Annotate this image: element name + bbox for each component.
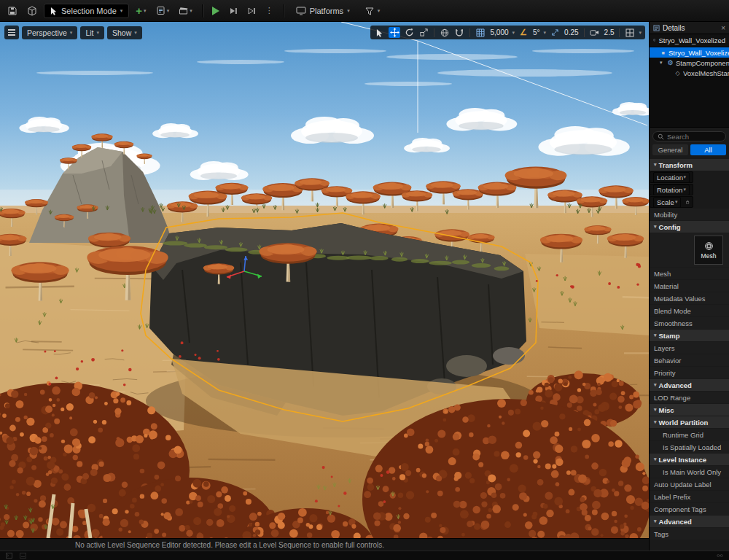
property-label: Material — [654, 282, 679, 290]
chevron-down-icon: ▾ — [683, 187, 686, 192]
section-caret-icon: ▾ — [654, 419, 657, 425]
output-log-icon[interactable] — [6, 553, 12, 559]
section-caret-icon: ▾ — [654, 518, 657, 524]
details-tab-title: Details — [663, 24, 685, 32]
property-priority[interactable]: Priority — [650, 367, 729, 378]
rotate-tool-icon[interactable] — [403, 27, 415, 38]
content-browser-button[interactable] — [24, 4, 40, 18]
selected-actor-row[interactable]: Stryo_Wall_Voxelized — [650, 34, 729, 46]
save-button[interactable] — [4, 4, 20, 18]
location-combo[interactable]: Location▾ — [653, 172, 690, 183]
tool-separator — [584, 28, 585, 37]
world-space-icon[interactable] — [439, 27, 451, 38]
viewport-menu-button[interactable] — [4, 26, 19, 39]
details-tab-header[interactable]: Details × — [650, 22, 729, 34]
property-is-spatially-loaded[interactable]: Is Spatially Loaded — [650, 441, 729, 453]
property-blend-mode[interactable]: Blend Mode — [650, 305, 729, 316]
mode-select-dropdown[interactable]: Selection Mode ▾ — [44, 4, 129, 18]
property-metadata-values[interactable]: Metadata Values — [650, 292, 729, 304]
select-tool-icon[interactable] — [374, 27, 386, 38]
property-auto-update-label[interactable]: Auto Update Label — [650, 478, 729, 490]
blueprints-button[interactable]: ▾ — [153, 4, 173, 18]
property-layers[interactable]: Layers — [650, 342, 729, 354]
lock-icon[interactable] — [686, 198, 690, 206]
move-tool-icon[interactable] — [389, 27, 400, 38]
rotation-combo[interactable]: Rotation▾ — [653, 184, 690, 195]
camera-speed-value[interactable]: 2.5 — [604, 28, 615, 36]
property-scale[interactable]: Scale▾ — [650, 196, 693, 208]
mesh-thumbnail-button[interactable]: Mesh — [694, 236, 723, 265]
step-button[interactable] — [244, 4, 259, 18]
right-sand — [525, 254, 649, 335]
cinematics-button[interactable]: ▾ — [176, 4, 195, 18]
sequencer-status-message: No active Level Sequence Editor detected… — [75, 541, 384, 549]
scale-snap-icon[interactable] — [549, 27, 561, 38]
section-config[interactable]: ▾Config — [650, 221, 729, 233]
property-tags[interactable]: Tags — [650, 528, 729, 540]
property-component-tags[interactable]: Component Tags — [650, 503, 729, 515]
scale-combo[interactable]: Scale▾ — [653, 197, 681, 208]
tree-item-voxelmeshstamppr[interactable]: ◇VoxelMeshStampPr — [650, 68, 729, 78]
revision-control-icon[interactable] — [717, 553, 723, 559]
rotation-snap-value[interactable]: 5° — [532, 28, 541, 36]
show-dropdown[interactable]: Show ▾ — [107, 26, 142, 39]
property-material[interactable]: Material — [650, 280, 729, 292]
command-console-icon[interactable] — [20, 553, 26, 559]
play-options-button[interactable]: ⋮ — [262, 4, 276, 18]
save-icon — [7, 6, 17, 16]
show-label: Show — [112, 28, 131, 37]
tool-separator — [434, 28, 434, 37]
property-label-prefix[interactable]: Label Prefix — [650, 491, 729, 502]
close-icon[interactable]: × — [721, 24, 725, 32]
tree-item-stryo-wall-voxelized-stry[interactable]: ■Stryo_Wall_Voxelized Stry — [650, 47, 729, 58]
property-smoothness[interactable]: Smoothness — [650, 317, 729, 329]
play-button[interactable] — [209, 4, 222, 18]
filter-general-button[interactable]: General — [652, 144, 688, 155]
section-caret-icon: ▾ — [654, 224, 657, 230]
property-rotation[interactable]: Rotation▾ — [650, 184, 693, 195]
rotation-snap-icon[interactable]: ∠ — [518, 27, 529, 38]
skip-icon — [229, 7, 238, 15]
section-misc[interactable]: ▾Misc — [650, 404, 729, 416]
tree-item-stampcomponent-st[interactable]: ▾⚙StampComponent (St — [650, 58, 729, 68]
camera-speed-icon[interactable] — [589, 27, 601, 38]
property-mesh[interactable]: Mesh — [650, 268, 729, 279]
property-location[interactable]: Location▾ — [650, 171, 693, 183]
property-behavior[interactable]: Behavior — [650, 354, 729, 366]
add-actor-button[interactable]: + ▾ — [133, 5, 149, 17]
grid-snap-value[interactable]: 5,000 — [489, 28, 509, 36]
level-viewport[interactable]: Perspective ▾ Lit ▾ Show ▾ — [0, 22, 649, 551]
property-is-main-world-only[interactable]: Is Main World Only — [650, 466, 729, 478]
platforms-dropdown[interactable]: Platforms ▾ — [290, 4, 356, 18]
section-level-instance[interactable]: ▾Level Instance — [650, 454, 729, 465]
view-mode-dropdown[interactable]: Lit ▾ — [80, 26, 104, 39]
viewport-canvas[interactable] — [0, 22, 649, 538]
viewport-layout-icon[interactable] — [624, 27, 636, 38]
section-caret-icon: ▾ — [654, 407, 657, 413]
section-advanced[interactable]: ▾Advanced — [650, 379, 729, 391]
section-advanced[interactable]: ▾Advanced — [650, 516, 729, 527]
property-label: Behavior — [654, 357, 682, 365]
search-input[interactable]: Search — [652, 131, 726, 141]
section-label: Advanced — [659, 381, 692, 389]
filter-all-button[interactable]: All — [690, 144, 726, 155]
section-transform[interactable]: ▾Transform — [650, 159, 729, 171]
chevron-down-icon: ▾ — [347, 8, 350, 13]
property-mesh[interactable]: Mesh — [650, 233, 729, 267]
perspective-dropdown[interactable]: Perspective ▾ — [22, 26, 77, 39]
surface-snap-icon[interactable] — [453, 27, 465, 38]
property-mobility[interactable]: Mobility — [650, 209, 729, 220]
grid-snap-icon[interactable] — [475, 27, 486, 38]
scale-snap-value[interactable]: 0.25 — [564, 28, 579, 36]
actor-cube-icon — [653, 36, 655, 44]
section-world-partition[interactable]: ▾World Partition — [650, 416, 729, 428]
property-lod-range[interactable]: LOD Range — [650, 392, 729, 403]
toolbar-separator — [202, 4, 203, 18]
expander-icon[interactable]: ▾ — [660, 60, 665, 66]
section-stamp[interactable]: ▾Stamp — [650, 330, 729, 341]
property-runtime-grid[interactable]: Runtime Grid — [650, 429, 729, 440]
skip-button[interactable] — [226, 4, 241, 18]
chevron-down-icon: ▾ — [70, 30, 73, 35]
settings-dropdown[interactable]: ▾ — [359, 4, 386, 18]
scale-tool-icon[interactable] — [418, 27, 429, 38]
